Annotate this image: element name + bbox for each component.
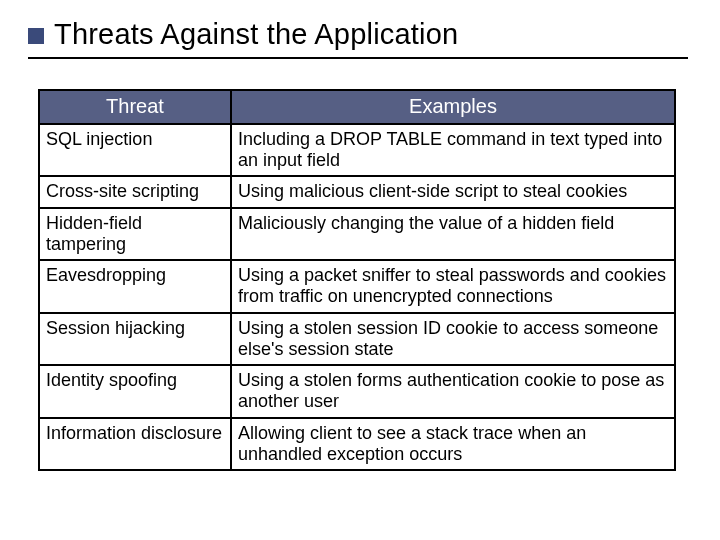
table-header-row: Threat Examples (39, 90, 675, 124)
title-underline (28, 57, 688, 59)
cell-example: Using a packet sniffer to steal password… (231, 260, 675, 312)
cell-threat: Information disclosure (39, 418, 231, 470)
table-row: Eavesdropping Using a packet sniffer to … (39, 260, 675, 312)
cell-threat: SQL injection (39, 124, 231, 176)
cell-threat: Session hijacking (39, 313, 231, 365)
cell-threat: Cross-site scripting (39, 176, 231, 207)
cell-threat: Identity spoofing (39, 365, 231, 417)
cell-example: Maliciously changing the value of a hidd… (231, 208, 675, 260)
cell-example: Using a stolen session ID cookie to acce… (231, 313, 675, 365)
table-row: Session hijacking Using a stolen session… (39, 313, 675, 365)
title-row: Threats Against the Application (28, 18, 698, 51)
table-row: Hidden-field tampering Maliciously chang… (39, 208, 675, 260)
table-row: Information disclosure Allowing client t… (39, 418, 675, 470)
cell-example: Allowing client to see a stack trace whe… (231, 418, 675, 470)
table-row: Identity spoofing Using a stolen forms a… (39, 365, 675, 417)
table-row: SQL injection Including a DROP TABLE com… (39, 124, 675, 176)
header-examples: Examples (231, 90, 675, 124)
threats-table: Threat Examples SQL injection Including … (38, 89, 676, 471)
cell-threat: Eavesdropping (39, 260, 231, 312)
table-row: Cross-site scripting Using malicious cli… (39, 176, 675, 207)
title-bullet-icon (28, 28, 44, 44)
cell-example: Including a DROP TABLE command in text t… (231, 124, 675, 176)
slide: Threats Against the Application Threat E… (0, 0, 720, 540)
cell-example: Using malicious client-side script to st… (231, 176, 675, 207)
cell-example: Using a stolen forms authentication cook… (231, 365, 675, 417)
header-threat: Threat (39, 90, 231, 124)
cell-threat: Hidden-field tampering (39, 208, 231, 260)
slide-title: Threats Against the Application (54, 18, 458, 51)
